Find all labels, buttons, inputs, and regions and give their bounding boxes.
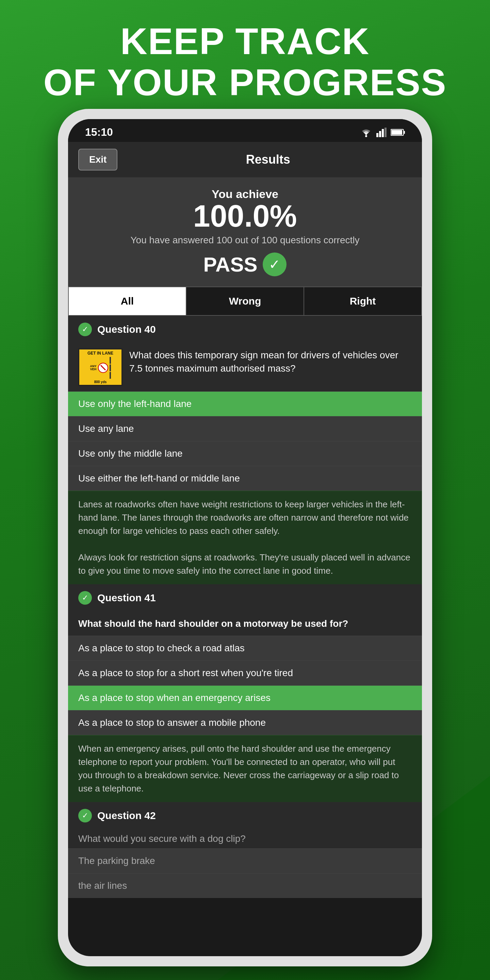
question-42-header: ✓ Question 42: [68, 802, 422, 829]
svg-rect-3: [382, 129, 384, 137]
svg-point-0: [365, 135, 367, 137]
question-40-header: ✓ Question 40: [68, 316, 422, 343]
signal-icon: [376, 127, 387, 137]
phone-frame: 15:10: [58, 109, 432, 966]
question-42: ✓ Question 42 What would you secure with…: [68, 802, 422, 898]
question-40-explanation: Lanes at roadworks often have weight res…: [68, 491, 422, 584]
question-40-check-icon: ✓: [78, 323, 92, 336]
header-title: Results: [124, 153, 412, 167]
exit-button[interactable]: Exit: [78, 149, 118, 170]
answer-40-1: Use only the left-hand lane: [68, 391, 422, 416]
answer-41-4: As a place to stop to answer a mobile ph…: [68, 710, 422, 735]
answer-40-2: Use any lane: [68, 416, 422, 441]
question-42-body: What would you secure with a dog clip? T…: [68, 829, 422, 898]
answer-42-1: The parking brake: [68, 848, 422, 873]
question-41-check-icon: ✓: [78, 591, 92, 605]
question-40-content: GET IN LANE ANYVEH: [68, 343, 422, 391]
questions-list: ✓ Question 40 GET IN LANE ANYVEH: [68, 316, 422, 956]
answer-40-4: Use either the left-hand or middle lane: [68, 466, 422, 491]
phone-screen: 15:10: [68, 119, 422, 956]
svg-rect-2: [379, 131, 381, 137]
battery-icon: [391, 129, 405, 136]
svg-rect-4: [385, 127, 387, 137]
tab-right[interactable]: Right: [304, 287, 421, 315]
question-41-title: Question 41: [97, 592, 156, 604]
score-description: You have answered 100 out of 100 questio…: [75, 235, 415, 246]
svg-rect-6: [404, 131, 405, 134]
answer-42-2: the air lines: [68, 873, 422, 898]
status-time: 15:10: [85, 126, 113, 138]
wifi-icon: [360, 127, 372, 137]
hero-title: KEEP TRACK OF YOUR PROGRESS: [0, 21, 490, 103]
question-40-title: Question 40: [97, 324, 156, 335]
answer-40-3: Use only the middle lane: [68, 441, 422, 466]
tab-wrong[interactable]: Wrong: [186, 287, 304, 315]
question-41: ✓ Question 41 What should the hard shoul…: [68, 584, 422, 802]
status-icons: [360, 127, 405, 137]
question-41-header: ✓ Question 41: [68, 584, 422, 611]
question-42-text: What would you secure with a dog clip?: [68, 829, 422, 848]
tab-all[interactable]: All: [69, 287, 186, 315]
question-42-check-icon: ✓: [78, 809, 92, 822]
app-header: Exit Results: [68, 142, 422, 177]
score-section: You achieve 100.0% You have answered 100…: [68, 177, 422, 286]
answer-41-1: As a place to stop to check a road atlas: [68, 636, 422, 660]
question-41-text: What should the hard shoulder on a motor…: [68, 611, 422, 636]
question-40: ✓ Question 40 GET IN LANE ANYVEH: [68, 316, 422, 584]
question-41-explanation: When an emergency arises, pull onto the …: [68, 735, 422, 802]
status-bar: 15:10: [68, 119, 422, 142]
question-40-body: GET IN LANE ANYVEH: [68, 343, 422, 584]
tab-bar: All Wrong Right: [68, 286, 422, 316]
pass-text: PASS: [204, 253, 258, 276]
score-percent: 100.0%: [75, 201, 415, 231]
svg-rect-1: [376, 133, 379, 137]
answer-41-3: As a place to stop when an emergency ari…: [68, 685, 422, 710]
question-40-image: GET IN LANE ANYVEH: [78, 348, 123, 386]
answer-41-2: As a place to stop for a short rest when…: [68, 660, 422, 685]
pass-checkmark-icon: ✓: [263, 253, 286, 276]
svg-rect-7: [391, 130, 402, 135]
question-41-body: What should the hard shoulder on a motor…: [68, 611, 422, 802]
question-40-text: What does this temporary sign mean for d…: [129, 348, 412, 375]
question-42-title: Question 42: [97, 810, 156, 821]
pass-badge: PASS ✓: [204, 253, 287, 276]
